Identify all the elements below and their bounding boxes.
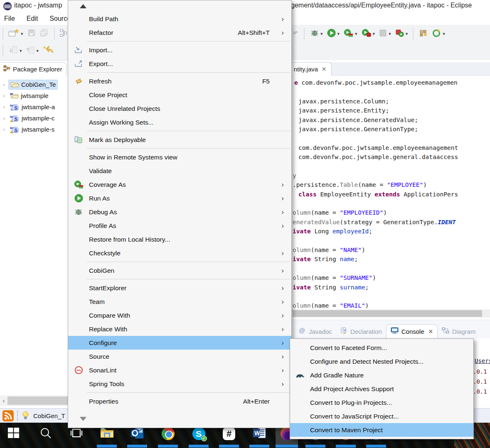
scroll-left-icon[interactable]: ‹ bbox=[0, 397, 7, 404]
toolbar-save-button[interactable] bbox=[27, 28, 37, 39]
toolbar-debug-button[interactable]: ▾ bbox=[310, 28, 324, 39]
toolbar-coverage-button[interactable]: ▾ bbox=[343, 28, 358, 39]
console-tab-diagram[interactable]: Diagram bbox=[438, 324, 480, 338]
submenu-item-add-gradle-nature[interactable]: Add Gradle Nature bbox=[290, 368, 473, 382]
console-tab-label: Javadoc bbox=[309, 328, 332, 335]
expand-chevron-icon[interactable]: › bbox=[0, 93, 8, 99]
submenu-item-convert-to-plug-in-projects[interactable]: Convert to Plug-in Projects... bbox=[290, 396, 473, 409]
console-tab-console[interactable]: Console✕ bbox=[386, 324, 438, 338]
menubar-item-file[interactable]: File bbox=[4, 14, 21, 24]
toolbar-commit-doc-button[interactable]: ▾ bbox=[8, 45, 23, 56]
tree-item-jwtsample-s[interactable]: ›SMjwtsample-s bbox=[0, 124, 68, 135]
dropdown-arrow-icon[interactable]: ▾ bbox=[37, 48, 39, 54]
svg-text:{e: {e bbox=[342, 328, 346, 332]
menu-item-show-in-remote-systems-view[interactable]: Show in Remote Systems view bbox=[68, 150, 291, 164]
toolbar-new-wizard-button[interactable]: ▾ bbox=[7, 28, 24, 40]
running-app-indicator bbox=[305, 445, 325, 448]
menu-item-run-as[interactable]: Run As› bbox=[68, 191, 291, 205]
submenu-item-convert-to-maven-project[interactable]: Convert to Maven Project bbox=[290, 423, 473, 437]
hscroll-thumb[interactable] bbox=[7, 397, 68, 405]
dropdown-arrow-icon[interactable]: ▾ bbox=[389, 31, 391, 37]
dropdown-arrow-icon[interactable]: ▾ bbox=[20, 48, 22, 54]
package-explorer-hscrollbar[interactable]: ‹ bbox=[0, 395, 68, 406]
menu-item-replace-with[interactable]: Replace With› bbox=[68, 322, 291, 336]
menu-item-cobigen[interactable]: CobiGen› bbox=[68, 264, 291, 277]
tree-item-cobigen-te[interactable]: ›CobiGen_Te bbox=[0, 79, 68, 90]
editor-hscrollbar[interactable] bbox=[292, 309, 490, 318]
menu-item-export[interactable]: Export... bbox=[68, 57, 291, 71]
dropdown-arrow-icon[interactable]: ▾ bbox=[21, 31, 23, 37]
toolbar-coverage-launch-button[interactable]: ▾ bbox=[361, 28, 376, 39]
toolbar-separator bbox=[2, 28, 3, 39]
dropdown-arrow-icon[interactable]: ▾ bbox=[373, 31, 375, 37]
menu-item-profile-as[interactable]: Profile As› bbox=[68, 219, 291, 233]
submenu-item-convert-to-faceted-form[interactable]: Convert to Faceted Form... bbox=[290, 341, 473, 355]
editor-tab-employee-entity[interactable]: ntity.java ✕ bbox=[292, 62, 332, 76]
toolbar-stop-button[interactable]: ▾ bbox=[378, 28, 392, 39]
menu-item-mark-as-deployable[interactable]: Mark as Deployable bbox=[68, 133, 291, 147]
menu-item-import[interactable]: Import... bbox=[68, 43, 291, 57]
toolbar-launch-group: oˢ▾▾▾▾▾▾▾ bbox=[292, 25, 490, 42]
menu-scroll-up[interactable] bbox=[68, 0, 291, 12]
toolbar-run-button[interactable]: ▾ bbox=[326, 28, 341, 40]
tree-item-jwtsample-a[interactable]: ›SM1jwtsample-a bbox=[0, 101, 68, 113]
menu-item-build-path[interactable]: Build Path› bbox=[68, 12, 291, 26]
menubar-item-edit[interactable]: Edit bbox=[27, 14, 44, 24]
menu-item-assign-working-sets[interactable]: Assign Working Sets... bbox=[68, 115, 291, 129]
tab-close-icon[interactable]: ✕ bbox=[322, 66, 326, 72]
package-explorer-tab[interactable]: Package Explorer bbox=[0, 62, 66, 76]
expand-chevron-icon[interactable]: › bbox=[0, 126, 8, 132]
menu-item-source[interactable]: Source› bbox=[68, 350, 291, 363]
tree-item-body: Mjwtsample bbox=[8, 91, 50, 101]
menu-item-restore-from-local-history[interactable]: Restore from Local History... bbox=[68, 233, 291, 246]
scroll-down-icon[interactable] bbox=[80, 417, 86, 421]
menu-item-compare-with[interactable]: Compare With› bbox=[68, 308, 291, 322]
console-tab-declaration[interactable]: {eDeclaration bbox=[336, 324, 386, 338]
menu-item-debug-as[interactable]: Debug As› bbox=[68, 205, 291, 219]
submenu-item-add-project-archives-support[interactable]: Add Project Archives Support bbox=[290, 382, 473, 396]
java-editor[interactable]: ntity.java ✕ e com.devonfw.poc.jwtsample… bbox=[292, 60, 490, 318]
tree-item-label: jwtsample-c bbox=[22, 115, 54, 122]
expand-chevron-icon[interactable]: › bbox=[0, 115, 8, 121]
menu-item-properties[interactable]: PropertiesAlt+Enter bbox=[68, 394, 291, 408]
menu-item-spring-tools[interactable]: Spring Tools› bbox=[68, 377, 291, 391]
submenu-chevron-icon: › bbox=[281, 181, 284, 189]
menu-item-close-unrelated-projects[interactable]: Close Unrelated Projects bbox=[68, 102, 291, 115]
taskbar-search-button[interactable] bbox=[36, 423, 56, 445]
menu-item-coverage-as[interactable]: Coverage As› bbox=[68, 178, 291, 191]
taskbar-start-button[interactable] bbox=[3, 423, 23, 445]
toolbar-update-doc-button[interactable]: ▾ bbox=[25, 45, 40, 56]
toolbar-refresh-update-button[interactable]: ▾ bbox=[431, 28, 446, 40]
dropdown-arrow-icon[interactable]: ▾ bbox=[443, 31, 445, 37]
toolbar-save-all-button[interactable] bbox=[39, 28, 50, 39]
dropdown-arrow-icon[interactable]: ▾ bbox=[406, 31, 408, 37]
code-area[interactable]: e com.devonfw.poc.jwtsample.employeemana… bbox=[292, 78, 490, 309]
toolbar-hierarchy-button[interactable] bbox=[59, 28, 68, 40]
submenu-item-configure-and-detect-nested-projects[interactable]: Configure and Detect Nested Projects... bbox=[290, 355, 473, 368]
tree-item-jwtsample[interactable]: ›Mjwtsample bbox=[0, 90, 68, 101]
menu-item-team[interactable]: Team› bbox=[68, 295, 291, 308]
rss-icon[interactable] bbox=[2, 410, 14, 421]
toolbar-back-gold-button[interactable] bbox=[42, 45, 55, 57]
dropdown-arrow-icon[interactable]: ▾ bbox=[355, 31, 357, 37]
expand-chevron-icon[interactable]: › bbox=[0, 81, 8, 88]
menu-item-refresh[interactable]: RefreshF5 bbox=[68, 74, 291, 88]
menu-item-startexplorer[interactable]: StartExplorer› bbox=[68, 281, 291, 295]
menu-item-checkstyle[interactable]: Checkstyle› bbox=[68, 246, 291, 260]
menu-item-validate[interactable]: Validate bbox=[68, 164, 291, 178]
submenu-item-convert-to-javascript-project[interactable]: Convert to JavaScript Project... bbox=[290, 409, 473, 423]
tree-item-jwtsample-c[interactable]: ›SMjwtsample-c bbox=[0, 113, 68, 124]
dropdown-arrow-icon[interactable]: ▾ bbox=[337, 31, 340, 37]
menu-item-sonarlint[interactable]: SonarLint› bbox=[68, 363, 291, 377]
menu-item-configure[interactable]: Configure› bbox=[68, 336, 291, 350]
lightbulb-icon bbox=[22, 411, 29, 420]
toolbar-java-ee-button[interactable] bbox=[419, 28, 429, 39]
menu-item-close-project[interactable]: Close Project bbox=[68, 88, 291, 102]
editor-hscroll-thumb[interactable] bbox=[293, 310, 482, 317]
menu-item-refactor[interactable]: RefactorAlt+Shift+T› bbox=[68, 26, 291, 39]
dropdown-arrow-icon[interactable]: ▾ bbox=[320, 31, 323, 37]
expand-chevron-icon[interactable]: › bbox=[0, 104, 8, 110]
tab-close-icon[interactable]: ✕ bbox=[428, 328, 433, 335]
console-tab-javadoc[interactable]: @Javadoc bbox=[294, 324, 336, 338]
toolbar-relaunch-button[interactable]: ▾ bbox=[394, 28, 409, 39]
